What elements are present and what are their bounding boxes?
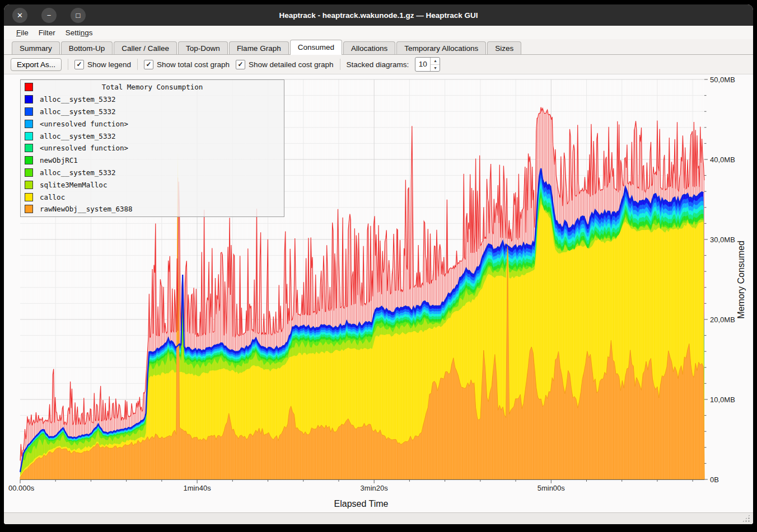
tab-flame-graph[interactable]: Flame Graph xyxy=(229,41,289,55)
checkbox-show-total-cost-graph[interactable]: ✓Show total cost graph xyxy=(144,60,230,69)
minimize-icon: − xyxy=(47,12,52,19)
close-icon: ✕ xyxy=(17,12,23,19)
y-tick-label: 10,0MB xyxy=(710,396,735,404)
tab-bottom-up[interactable]: Bottom-Up xyxy=(61,41,113,55)
export-as-button[interactable]: Export As... xyxy=(11,58,62,71)
y-tick-label: 30,0MB xyxy=(710,236,735,244)
legend-swatch xyxy=(25,107,33,116)
titlebar[interactable]: ✕−□ Heaptrack - heaptrack.wakunode.1.gz … xyxy=(4,4,753,26)
toolbar: Export As... ✓Show legend✓Show total cos… xyxy=(4,55,753,74)
x-axis-title: Elapsed Time xyxy=(334,499,389,509)
checkbox-show-detailed-cost-graph[interactable]: ✓Show detailed cost graph xyxy=(236,60,334,69)
y-axis-title: Memory Consumed xyxy=(736,241,746,319)
legend-label: alloc__system_5332 xyxy=(40,132,115,140)
y-tick-label: 40,0MB xyxy=(710,156,735,164)
window-title: Heaptrack - heaptrack.wakunode.1.gz — He… xyxy=(4,11,753,20)
spinbox-up-icon[interactable]: ▲ xyxy=(431,58,440,65)
legend-item: <unresolved function> xyxy=(21,142,284,154)
close-button[interactable]: ✕ xyxy=(12,8,27,23)
window-controls: ✕−□ xyxy=(12,8,86,23)
spinbox-value: 10 xyxy=(415,58,430,71)
legend-label: calloc xyxy=(40,193,65,201)
legend-label: sqlite3MemMalloc xyxy=(40,181,107,189)
legend-swatch xyxy=(25,205,33,213)
legend-item: sqlite3MemMalloc xyxy=(21,178,284,191)
legend-swatch xyxy=(25,156,33,164)
legend-title: Total Memory Consumption xyxy=(40,83,265,91)
legend-item: <unresolved function> xyxy=(21,117,284,130)
legend-item: alloc__system_5332 xyxy=(21,130,284,142)
legend-swatch xyxy=(25,193,33,201)
legend-item: rawNewObj__system_6388 xyxy=(21,203,284,215)
tab-allocations[interactable]: Allocations xyxy=(343,41,395,55)
checkbox-show-legend[interactable]: ✓Show legend xyxy=(74,60,131,69)
tab-summary[interactable]: Summary xyxy=(12,41,60,55)
tab-top-down[interactable]: Top-Down xyxy=(178,41,228,55)
legend-label: newObjRC1 xyxy=(40,156,78,164)
app-window: ✕−□ Heaptrack - heaptrack.wakunode.1.gz … xyxy=(4,4,753,524)
spinbox-down-icon[interactable]: ▼ xyxy=(431,65,440,72)
checkbox-label: Show legend xyxy=(87,60,131,69)
minimize-button[interactable]: − xyxy=(41,8,57,23)
legend-swatch xyxy=(25,181,33,189)
stacked-diagrams-spinbox[interactable]: 10 ▲ ▼ xyxy=(415,57,440,72)
legend-item: calloc xyxy=(21,191,284,203)
legend-swatch xyxy=(25,144,33,152)
status-bar xyxy=(4,512,753,524)
legend-item: alloc__system_5332 xyxy=(21,167,284,179)
legend-item: newObjRC1 xyxy=(21,154,284,167)
checkmark-icon: ✓ xyxy=(236,60,245,69)
legend-label: rawNewObj__system_6388 xyxy=(40,205,133,213)
menubar: FileFilterSettings xyxy=(4,26,753,39)
maximize-icon: □ xyxy=(76,12,81,19)
maximize-button[interactable]: □ xyxy=(71,8,86,23)
legend-label: alloc__system_5332 xyxy=(40,95,115,103)
x-tick-label: 3min20s xyxy=(361,484,389,492)
tab-consumed[interactable]: Consumed xyxy=(290,40,342,55)
legend-swatch-total xyxy=(25,83,33,91)
x-tick-label: 00.000s xyxy=(8,484,35,492)
toolbar-checkboxes: ✓Show legend✓Show total cost graph✓Show … xyxy=(74,59,334,70)
chart-panel: 00.000s1min40s3min20s5min00s0B10,0MB20,0… xyxy=(4,74,753,512)
x-tick-label: 1min40s xyxy=(184,484,212,492)
legend-swatch xyxy=(25,132,33,140)
chart-legend: Total Memory Consumptionalloc__system_53… xyxy=(20,79,284,217)
legend-swatch xyxy=(25,168,33,177)
checkbox-label: Show detailed cost graph xyxy=(249,60,334,69)
toolbar-separator xyxy=(137,59,138,70)
legend-label: <unresolved function> xyxy=(40,120,128,128)
tab-caller-callee[interactable]: Caller / Callee xyxy=(114,41,177,55)
legend-item: alloc__system_5332 xyxy=(21,106,284,118)
toolbar-separator xyxy=(340,59,340,70)
y-tick-label: 20,0MB xyxy=(710,316,735,324)
legend-swatch xyxy=(25,95,33,103)
stacked-diagrams-label: Stacked diagrams: xyxy=(347,60,409,69)
menu-file[interactable]: File xyxy=(11,27,34,38)
tab-sizes[interactable]: Sizes xyxy=(487,41,521,55)
legend-swatch xyxy=(25,120,33,128)
checkmark-icon: ✓ xyxy=(74,60,84,69)
tab-bar: SummaryBottom-UpCaller / CalleeTop-DownF… xyxy=(4,39,753,55)
legend-item: alloc__system_5332 xyxy=(21,93,284,106)
x-tick-label: 5min00s xyxy=(538,484,566,492)
resize-grip-icon[interactable] xyxy=(742,514,750,522)
y-tick-label: 50,0MB xyxy=(710,76,735,84)
tab-temporary-allocations[interactable]: Temporary Allocations xyxy=(396,41,486,55)
toolbar-separator xyxy=(68,59,68,70)
checkmark-icon: ✓ xyxy=(144,60,153,69)
legend-label: alloc__system_5332 xyxy=(40,168,115,177)
menu-settings[interactable]: Settings xyxy=(60,27,98,38)
checkbox-label: Show total cost graph xyxy=(157,60,230,69)
y-tick-label: 0B xyxy=(710,475,719,484)
spinbox-arrows: ▲ ▼ xyxy=(430,58,440,71)
legend-title-row: Total Memory Consumption xyxy=(21,81,284,93)
legend-label: <unresolved function> xyxy=(40,144,128,152)
menu-filter[interactable]: Filter xyxy=(34,27,60,38)
legend-label: alloc__system_5332 xyxy=(40,107,115,116)
